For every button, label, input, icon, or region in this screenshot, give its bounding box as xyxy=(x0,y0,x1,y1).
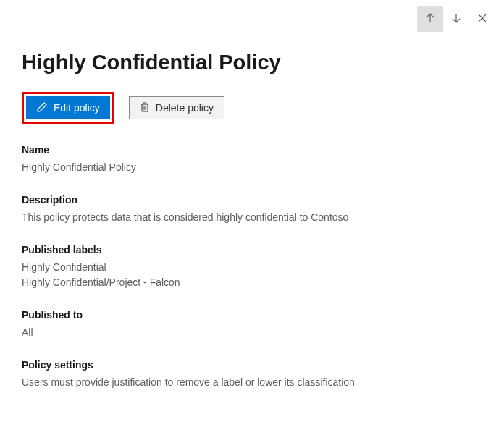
published-labels-label: Published labels xyxy=(22,244,482,256)
section-published-labels: Published labels Highly Confidential Hig… xyxy=(22,244,482,290)
close-icon xyxy=(477,13,487,25)
name-label: Name xyxy=(22,144,482,156)
edit-button-label: Edit policy xyxy=(54,102,100,114)
published-label-1: Highly Confidential xyxy=(22,260,482,275)
edit-highlight: Edit policy xyxy=(22,92,114,124)
action-button-row: Edit policy Delete policy xyxy=(22,92,482,124)
description-label: Description xyxy=(22,194,482,206)
section-published-to: Published to All xyxy=(22,309,482,340)
policy-settings-value: Users must provide justification to remo… xyxy=(22,375,482,390)
published-to-label: Published to xyxy=(22,309,482,321)
nav-up-button[interactable] xyxy=(417,6,443,32)
name-value: Highly Confidential Policy xyxy=(22,160,482,175)
nav-down-button[interactable] xyxy=(443,6,469,32)
edit-icon xyxy=(36,101,48,115)
trash-icon xyxy=(140,102,150,114)
policy-settings-label: Policy settings xyxy=(22,359,482,371)
published-labels-values: Highly Confidential Highly Confidential/… xyxy=(22,260,482,290)
close-button[interactable] xyxy=(469,6,495,32)
panel-top-controls xyxy=(417,6,495,32)
delete-button-label: Delete policy xyxy=(156,102,214,114)
delete-policy-button[interactable]: Delete policy xyxy=(129,96,224,119)
published-to-value: All xyxy=(22,325,482,340)
section-name: Name Highly Confidential Policy xyxy=(22,144,482,175)
edit-policy-button[interactable]: Edit policy xyxy=(26,96,110,119)
arrow-up-icon xyxy=(424,12,436,26)
published-label-2: Highly Confidential/Project - Falcon xyxy=(22,275,482,290)
arrow-down-icon xyxy=(450,12,462,26)
description-value: This policy protects data that is consid… xyxy=(22,210,482,225)
page-title: Highly Confidential Policy xyxy=(22,51,482,75)
section-description: Description This policy protects data th… xyxy=(22,194,482,225)
section-policy-settings: Policy settings Users must provide justi… xyxy=(22,359,482,390)
